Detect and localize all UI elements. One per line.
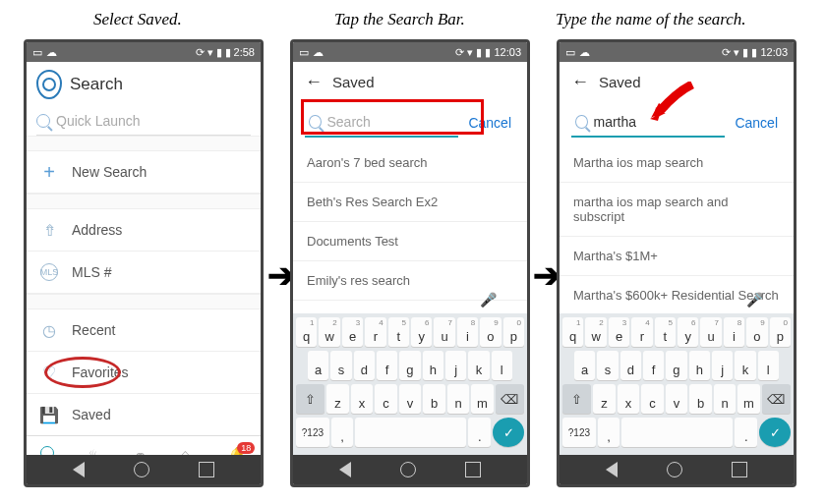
key-space[interactable] xyxy=(355,418,466,447)
key-s[interactable]: s xyxy=(330,351,351,380)
key-a[interactable]: a xyxy=(574,351,595,380)
menu-new-search[interactable]: + New Search xyxy=(27,151,261,194)
key-y[interactable]: 6y xyxy=(678,317,698,347)
nav-home[interactable] xyxy=(667,462,682,477)
nav-home[interactable] xyxy=(134,462,149,477)
key-e[interactable]: 3e xyxy=(342,317,363,347)
nav-back[interactable] xyxy=(339,462,351,477)
key-t[interactable]: 5t xyxy=(388,317,409,347)
nav-flame-icon[interactable]: ♨ xyxy=(87,446,106,456)
key-symbols[interactable]: ?123 xyxy=(296,418,329,447)
search-input[interactable] xyxy=(305,108,458,138)
key-o[interactable]: 9o xyxy=(746,317,767,347)
key-p[interactable]: 0p xyxy=(503,317,524,347)
back-arrow-icon[interactable]: ← xyxy=(571,72,589,92)
key-shift[interactable]: ⇧ xyxy=(562,384,591,414)
result-item[interactable]: Beth's Res Search Ex2 xyxy=(293,183,527,222)
key-h[interactable]: h xyxy=(689,351,710,380)
key-x[interactable]: x xyxy=(351,384,374,414)
key-b[interactable]: b xyxy=(689,384,712,414)
key-backspace[interactable]: ⌫ xyxy=(496,384,524,414)
key-f[interactable]: f xyxy=(643,351,664,380)
result-item[interactable]: martha ios map search and subscript xyxy=(560,183,794,237)
key-v[interactable]: v xyxy=(399,384,422,414)
nav-recent[interactable] xyxy=(732,462,747,477)
key-m[interactable]: m xyxy=(738,384,760,414)
key-d[interactable]: d xyxy=(620,351,641,380)
nav-home-icon[interactable]: ⌂ xyxy=(181,446,201,456)
key-v[interactable]: v xyxy=(666,384,688,414)
key-i[interactable]: 8i xyxy=(724,317,744,347)
nav-search-icon[interactable] xyxy=(40,446,60,456)
key-o[interactable]: 9o xyxy=(480,317,501,347)
back-arrow-icon[interactable]: ← xyxy=(305,72,323,92)
nav-back[interactable] xyxy=(73,462,85,477)
menu-address[interactable]: ⇮ Address xyxy=(27,209,261,252)
key-r[interactable]: 4r xyxy=(365,317,385,347)
key-c[interactable]: c xyxy=(375,384,397,414)
key-s[interactable]: s xyxy=(597,351,618,380)
key-z[interactable]: z xyxy=(326,384,349,414)
key-k[interactable]: k xyxy=(735,351,755,380)
key-m[interactable]: m xyxy=(471,384,494,414)
key-l[interactable]: l xyxy=(758,351,779,380)
key-enter[interactable]: ✓ xyxy=(759,418,791,447)
nav-home[interactable] xyxy=(400,462,416,477)
key-k[interactable]: k xyxy=(468,351,489,380)
key-shift[interactable]: ⇧ xyxy=(296,384,324,414)
key-u[interactable]: 7u xyxy=(700,317,721,347)
key-i[interactable]: 8i xyxy=(457,317,478,347)
nav-people-icon[interactable]: ⚭ xyxy=(134,446,153,456)
key-enter[interactable]: ✓ xyxy=(493,418,524,447)
key-p[interactable]: 0p xyxy=(770,317,791,347)
nav-recent[interactable] xyxy=(465,462,481,477)
quick-launch-input[interactable]: Quick Launch xyxy=(36,107,251,136)
key-backspace[interactable]: ⌫ xyxy=(762,384,791,414)
key-c[interactable]: c xyxy=(641,384,664,414)
key-u[interactable]: 7u xyxy=(434,317,454,347)
key-b[interactable]: b xyxy=(423,384,445,414)
key-y[interactable]: 6y xyxy=(411,317,432,347)
key-t[interactable]: 5t xyxy=(655,317,676,347)
cancel-button[interactable]: Cancel xyxy=(731,115,782,131)
key-comma[interactable]: , xyxy=(331,418,354,447)
key-j[interactable]: j xyxy=(712,351,733,380)
search-field[interactable] xyxy=(327,114,455,130)
key-period[interactable]: . xyxy=(468,418,491,447)
menu-mls[interactable]: MLS MLS # xyxy=(27,252,261,294)
key-w[interactable]: 2w xyxy=(585,317,606,347)
key-a[interactable]: a xyxy=(308,351,328,380)
mic-icon[interactable]: 🎤 xyxy=(480,292,497,308)
key-period[interactable]: . xyxy=(735,418,757,447)
result-item[interactable]: Aaron's 7 bed search xyxy=(293,143,527,183)
result-item[interactable]: Martha ios map search xyxy=(560,143,794,183)
key-n[interactable]: n xyxy=(447,384,470,414)
key-g[interactable]: g xyxy=(666,351,686,380)
cancel-button[interactable]: Cancel xyxy=(464,115,515,131)
key-symbols[interactable]: ?123 xyxy=(562,418,596,447)
key-q[interactable]: 1q xyxy=(296,317,317,347)
key-w[interactable]: 2w xyxy=(319,317,339,347)
nav-bell-icon[interactable]: 🔔18 xyxy=(227,446,247,456)
key-g[interactable]: g xyxy=(399,351,420,380)
key-h[interactable]: h xyxy=(423,351,443,380)
key-x[interactable]: x xyxy=(618,384,640,414)
key-comma[interactable]: , xyxy=(598,418,620,447)
nav-recent[interactable] xyxy=(199,462,214,477)
key-j[interactable]: j xyxy=(445,351,466,380)
key-z[interactable]: z xyxy=(593,384,616,414)
key-f[interactable]: f xyxy=(377,351,397,380)
key-n[interactable]: n xyxy=(714,384,737,414)
key-space[interactable] xyxy=(621,418,733,447)
key-q[interactable]: 1q xyxy=(562,317,583,347)
key-r[interactable]: 4r xyxy=(631,317,652,347)
menu-recent[interactable]: ◷ Recent xyxy=(27,309,261,352)
key-e[interactable]: 3e xyxy=(609,317,629,347)
menu-favorites[interactable]: ♡ Favorites xyxy=(27,352,261,394)
nav-back[interactable] xyxy=(606,462,618,477)
key-d[interactable]: d xyxy=(354,351,375,380)
result-item[interactable]: Martha's $1M+ xyxy=(560,237,794,276)
menu-saved[interactable]: 💾 Saved xyxy=(27,394,261,435)
result-item[interactable]: Documents Test xyxy=(293,222,527,261)
mic-icon[interactable]: 🎤 xyxy=(746,292,763,308)
